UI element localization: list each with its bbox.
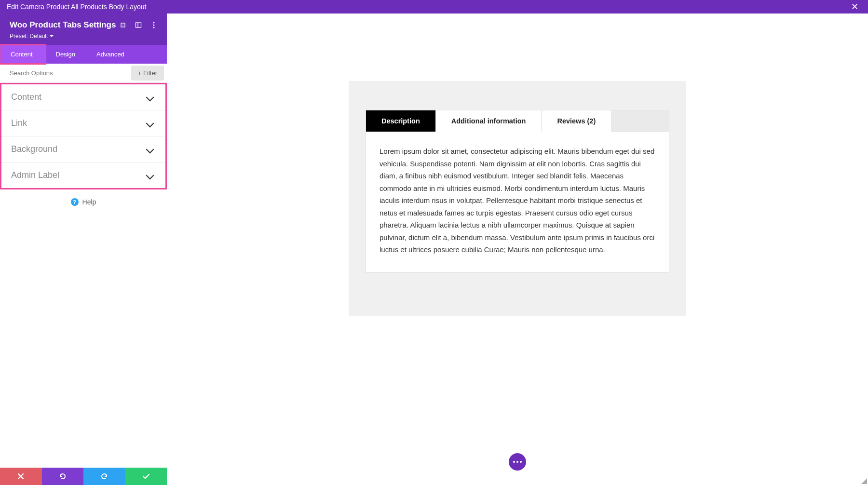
undo-button[interactable] [42, 468, 84, 485]
search-row: + Filter [0, 64, 167, 83]
section-admin-label[interactable]: Admin Label [1, 162, 165, 188]
panel-title: Woo Product Tabs Settings [10, 20, 116, 30]
dots-icon [513, 461, 522, 463]
sidebar-header: Woo Product Tabs Settings P [0, 13, 167, 45]
description-text: Lorem ipsum dolor sit amet, consectetur … [380, 145, 655, 256]
preset-dropdown[interactable]: Preset: Default [10, 33, 54, 40]
plus-icon: + [138, 69, 142, 77]
preview-canvas: Description Additional information Revie… [167, 13, 868, 485]
settings-sidebar: Woo Product Tabs Settings P [0, 13, 167, 485]
header-icons [120, 22, 157, 28]
expand-icon[interactable] [120, 22, 126, 28]
product-tabs-module: Description Additional information Revie… [349, 81, 686, 316]
chevron-down-icon [146, 171, 154, 179]
kebab-menu-icon[interactable] [150, 22, 157, 28]
close-icon[interactable]: ✕ [848, 1, 861, 12]
svg-point-1 [122, 25, 123, 26]
filter-label: Filter [143, 69, 157, 77]
filter-button[interactable]: + Filter [131, 66, 164, 81]
search-input[interactable] [0, 65, 131, 81]
preset-label: Preset: Default [10, 33, 48, 40]
redo-icon [100, 472, 108, 480]
section-label: Content [11, 92, 41, 102]
caret-down-icon [50, 35, 54, 38]
check-icon [143, 474, 149, 479]
section-link[interactable]: Link [1, 110, 165, 136]
help-link[interactable]: ? Help [0, 189, 167, 215]
redo-button[interactable] [83, 468, 125, 485]
save-button[interactable] [125, 468, 167, 485]
product-tab-additional-info[interactable]: Additional information [436, 110, 542, 132]
chevron-down-icon [146, 119, 154, 127]
section-label: Background [11, 144, 57, 154]
footer-bar [0, 468, 167, 485]
section-label: Admin Label [11, 170, 59, 180]
close-icon [18, 473, 24, 479]
accordion: Content Link Background Admin Label [0, 83, 167, 189]
help-label: Help [82, 198, 96, 206]
svg-point-5 [153, 25, 155, 26]
section-background[interactable]: Background [1, 136, 165, 162]
svg-rect-2 [136, 23, 141, 27]
svg-point-4 [153, 22, 155, 24]
product-tab-content: Lorem ipsum dolor sit amet, consectetur … [366, 132, 669, 273]
svg-point-6 [153, 27, 155, 28]
tab-content[interactable]: Content [0, 45, 45, 64]
top-bar: Edit Camera Product All Products Body La… [0, 0, 868, 13]
section-label: Link [11, 118, 27, 128]
product-tab-reviews[interactable]: Reviews (2) [542, 110, 611, 132]
product-tab-description[interactable]: Description [366, 110, 436, 132]
tab-spacer [611, 110, 669, 132]
undo-icon [59, 472, 67, 480]
product-tabs-nav: Description Additional information Revie… [366, 110, 669, 132]
chevron-down-icon [146, 93, 154, 101]
tab-advanced[interactable]: Advanced [86, 45, 135, 64]
settings-tabs: Content Design Advanced [0, 45, 167, 64]
chevron-down-icon [146, 145, 154, 153]
page-title: Edit Camera Product All Products Body La… [7, 3, 146, 11]
builder-fab[interactable] [509, 453, 526, 471]
help-icon: ? [71, 198, 79, 206]
panel-toggle-icon[interactable] [135, 22, 142, 28]
cancel-button[interactable] [0, 468, 42, 485]
resize-handle-icon[interactable] [861, 478, 867, 484]
section-content[interactable]: Content [1, 84, 165, 110]
tab-design[interactable]: Design [45, 45, 86, 64]
